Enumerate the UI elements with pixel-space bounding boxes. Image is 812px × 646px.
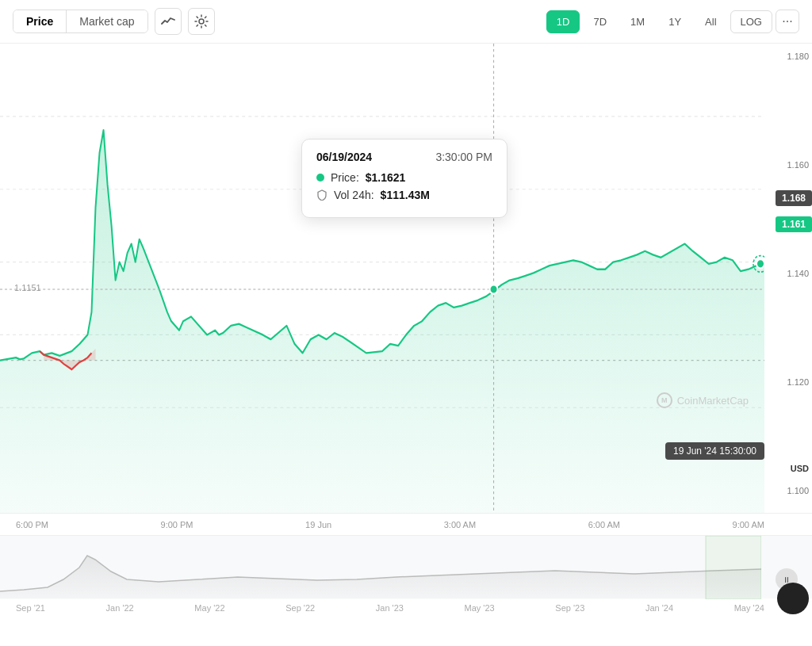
x-label-3: 3:00 AM xyxy=(444,520,476,529)
time-btn-1d[interactable]: 1D xyxy=(546,10,580,33)
mini-x-7: Jan '24 xyxy=(645,603,673,613)
mini-x-5: May '23 xyxy=(465,603,495,613)
price-chart-svg xyxy=(0,44,764,535)
open-price-label: 1.1151 xyxy=(14,283,41,292)
x-label-4: 6:00 AM xyxy=(588,520,620,529)
price-dot-icon xyxy=(316,174,324,182)
price-label-1: 1.180 xyxy=(766,52,812,61)
chart-container: 1.180 1.160 1.140 1.120 1.100 1.168 1.16… xyxy=(0,44,812,535)
tab-price[interactable]: Price xyxy=(13,10,67,32)
tooltip-header: 06/19/2024 3:30:00 PM xyxy=(316,151,492,163)
mini-x-4: Jan '23 xyxy=(376,603,404,613)
tooltip-price-row: Price: $1.1621 xyxy=(316,171,492,184)
settings-icon xyxy=(194,14,209,29)
line-chart-icon-btn[interactable] xyxy=(155,8,182,35)
tooltip-time: 3:30:00 PM xyxy=(435,151,492,163)
tooltip-date: 06/19/2024 xyxy=(316,151,372,163)
mini-chart-svg xyxy=(0,536,761,599)
shield-icon xyxy=(316,189,327,201)
x-label-1: 9:00 PM xyxy=(161,520,193,529)
mini-x-0: Sep '21 xyxy=(16,603,45,613)
time-btn-all[interactable]: All xyxy=(695,10,726,33)
time-btn-1m[interactable]: 1M xyxy=(620,10,655,33)
x-label-0: 6:00 PM xyxy=(16,520,48,529)
vol-value: $111.43M xyxy=(381,189,430,201)
mini-x-8: May '24 xyxy=(734,603,764,613)
settings-icon-btn[interactable] xyxy=(188,8,215,35)
x-label-5: 9:00 AM xyxy=(733,520,764,529)
mini-chart-area: ⏸ xyxy=(0,535,812,598)
x-label-2: 19 Jun xyxy=(305,520,331,529)
svg-point-9 xyxy=(756,259,764,268)
mini-x-6: Sep '23 xyxy=(555,603,584,613)
y-axis: 1.180 1.160 1.140 1.120 1.100 xyxy=(766,44,812,535)
tooltip-vol-row: Vol 24h: $111.43M xyxy=(316,189,492,201)
avatar[interactable] xyxy=(777,583,809,614)
timestamp-label: 19 Jun '24 15:30:00 xyxy=(665,442,764,460)
time-btn-1y[interactable]: 1Y xyxy=(658,10,691,33)
time-btn-log[interactable]: LOG xyxy=(730,10,772,33)
current-price-badge: 1.161 xyxy=(776,216,812,232)
vol-label: Vol 24h: xyxy=(334,189,374,201)
price-tooltip: 06/19/2024 3:30:00 PM Price: $1.1621 Vol… xyxy=(301,139,508,218)
price-label: Price: xyxy=(331,171,359,184)
price-label-5: 1.100 xyxy=(766,486,812,495)
svg-point-0 xyxy=(199,19,204,24)
price-label-3: 1.140 xyxy=(766,269,812,278)
price-label-2: 1.160 xyxy=(766,160,812,170)
svg-point-11 xyxy=(490,285,498,293)
cmc-logo-icon: M xyxy=(657,392,672,408)
left-controls: Price Market cap xyxy=(13,8,215,35)
mini-x-2: May '22 xyxy=(194,603,224,613)
price-label-4: 1.120 xyxy=(766,377,812,387)
mini-x-axis: Sep '21 Jan '22 May '22 Sep '22 Jan '23 … xyxy=(0,598,812,617)
chart-svg-area: 1.180 1.160 1.140 1.120 1.100 1.168 1.16… xyxy=(0,44,812,535)
svg-rect-12 xyxy=(706,536,761,599)
watermark: M CoinMarketCap xyxy=(657,392,749,408)
chart-type-tabs: Price Market cap xyxy=(13,10,148,33)
mini-x-3: Sep '22 xyxy=(285,603,315,613)
price-value: $1.1621 xyxy=(366,171,406,184)
right-controls: 1D 7D 1M 1Y All LOG ··· xyxy=(546,10,799,33)
tab-market-cap[interactable]: Market cap xyxy=(67,10,147,32)
mini-x-1: Jan '22 xyxy=(106,603,134,613)
usd-label: USD xyxy=(791,464,809,473)
more-options-btn[interactable]: ··· xyxy=(776,10,799,33)
active-price-badge: 1.168 xyxy=(776,190,812,206)
time-btn-7d[interactable]: 7D xyxy=(583,10,617,33)
x-axis-labels: 6:00 PM 9:00 PM 19 Jun 3:00 AM 6:00 AM 9… xyxy=(0,513,812,535)
top-bar: Price Market cap 1D 7D 1M 1Y All LOG ··· xyxy=(0,0,812,44)
line-chart-icon xyxy=(161,16,175,27)
